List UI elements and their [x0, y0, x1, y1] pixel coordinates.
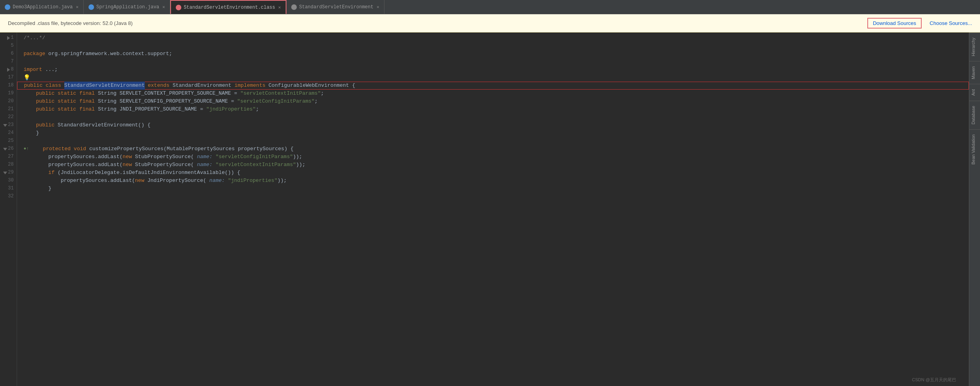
- line-num-25: 25: [3, 137, 13, 145]
- code-area[interactable]: /*...*/ package org.springframework.web.…: [17, 32, 969, 386]
- tab-bar-spacer: [384, 0, 980, 14]
- download-bar: Decompiled .class file, bytecode version…: [0, 14, 980, 32]
- line-num-17: 17: [3, 74, 13, 82]
- sidebar-tab-database[interactable]: Database: [969, 101, 980, 129]
- line-num-1: 1: [3, 34, 13, 42]
- tab-icon-spring: [88, 4, 94, 10]
- tab-standardservletenv-class[interactable]: StandardServletEnvironment.class ✕: [170, 0, 286, 14]
- editor-container: 1 5 6 7 8 17 18 19 20 21 22 23 24 25 26 …: [0, 32, 980, 386]
- tab-demo3application[interactable]: Demo3Application.java ✕: [0, 0, 84, 14]
- tab-close-class[interactable]: ✕: [278, 5, 281, 10]
- code-line-25: [23, 137, 969, 145]
- code-line-6: package org.springframework.web.context.…: [23, 50, 969, 58]
- fold-icon-8[interactable]: [7, 68, 10, 72]
- code-line-24: }: [23, 129, 969, 137]
- fold-icon-29[interactable]: [3, 172, 7, 174]
- tab-standardservletenv[interactable]: StandardServletEnvironment ✕: [286, 0, 384, 14]
- line-num-6: 6: [3, 50, 13, 58]
- line-num-31: 31: [3, 185, 13, 193]
- line-num-19: 19: [3, 90, 13, 97]
- code-line-30: propertySources.addLast(new JndiProperty…: [23, 177, 969, 185]
- line-num-32: 32: [3, 193, 13, 201]
- tab-close-spring[interactable]: ✕: [162, 4, 165, 10]
- code-line-21: public static final String JNDI_PROPERTY…: [23, 105, 969, 113]
- line-num-21: 21: [3, 105, 13, 113]
- tab-icon-class: [176, 5, 181, 10]
- classname-selected: StandardServletEnvironment: [64, 82, 145, 90]
- line-num-24: 24: [3, 129, 13, 137]
- bulb-icon[interactable]: 💡: [23, 73, 30, 82]
- watermark: CSDN @五月天的尾巴: [912, 377, 956, 383]
- tab-label-env: StandardServletEnvironment: [299, 4, 373, 10]
- line-numbers: 1 5 6 7 8 17 18 19 20 21 22 23 24 25 26 …: [0, 32, 17, 386]
- line-num-26: 26: [3, 145, 13, 153]
- line-num-23: 23: [3, 121, 13, 129]
- sidebar-tab-maven[interactable]: Maven: [969, 61, 980, 84]
- tab-label-class: StandardServletEnvironment.class: [184, 5, 275, 10]
- tab-label-demo3: Demo3Application.java: [13, 4, 73, 10]
- code-line-19: public static final String SERVLET_CONTE…: [23, 90, 969, 97]
- sidebar-tab-ant[interactable]: Ant: [969, 84, 980, 101]
- fold-icon-26[interactable]: [3, 148, 7, 151]
- tab-label-spring: SpringApplication.java: [96, 4, 159, 10]
- decompiled-notice: Decompiled .class file, bytecode version…: [8, 20, 859, 26]
- line-num-22: 22: [3, 113, 13, 121]
- code-line-23: public StandardServletEnvironment() {: [23, 121, 969, 129]
- fold-icon-1[interactable]: [7, 36, 10, 40]
- tab-icon-env: [291, 4, 297, 10]
- code-line-31: }: [23, 185, 969, 193]
- line-num-20: 20: [3, 97, 13, 105]
- code-line-8: import ...;: [23, 66, 969, 74]
- line-num-8: 8: [3, 66, 13, 74]
- code-line-1: /*...*/: [23, 34, 969, 42]
- line-num-5: 5: [3, 42, 13, 50]
- download-sources-button[interactable]: Download Sources: [867, 18, 922, 29]
- code-line-29: if (JndiLocatorDelegate.isDefaultJndiEnv…: [23, 169, 969, 177]
- code-line-17: 💡: [23, 74, 969, 82]
- code-line-20: public static final String SERVLET_CONFI…: [23, 97, 969, 105]
- code-comment-1: /*...*/: [23, 34, 45, 42]
- code-line-26: ●↑ protected void customizePropertySourc…: [23, 145, 969, 153]
- choose-sources-button[interactable]: Choose Sources...: [930, 20, 972, 26]
- tab-springapplication[interactable]: SpringApplication.java ✕: [84, 0, 170, 14]
- line-num-29: 29: [3, 169, 13, 177]
- tab-bar: Demo3Application.java ✕ SpringApplicatio…: [0, 0, 980, 14]
- tab-icon-demo3: [5, 4, 10, 10]
- line-num-7: 7: [3, 58, 13, 66]
- line-num-27: 27: [3, 153, 13, 161]
- right-sidebar: Hierarchy Maven Ant Database Bean Valida…: [969, 32, 980, 386]
- code-line-27: propertySources.addLast(new StubProperty…: [23, 153, 969, 161]
- code-line-5: [23, 42, 969, 50]
- line-num-30: 30: [3, 177, 13, 185]
- override-marker-26: ●↑: [23, 145, 29, 153]
- line-num-28: 28: [3, 161, 13, 169]
- code-line-32: [23, 193, 969, 201]
- code-line-18: public class StandardServletEnvironment …: [17, 82, 969, 90]
- code-line-28: propertySources.addLast(new StubProperty…: [23, 161, 969, 169]
- line-num-18: 18: [3, 82, 13, 90]
- code-line-22: [23, 113, 969, 121]
- sidebar-tab-bean-validation[interactable]: Bean Validation: [969, 129, 980, 169]
- code-line-7: [23, 58, 969, 66]
- sidebar-tab-hierarchy[interactable]: Hierarchy: [969, 32, 980, 61]
- tab-close-demo3[interactable]: ✕: [76, 4, 79, 10]
- tab-close-env[interactable]: ✕: [377, 4, 379, 10]
- fold-icon-23[interactable]: [3, 124, 7, 127]
